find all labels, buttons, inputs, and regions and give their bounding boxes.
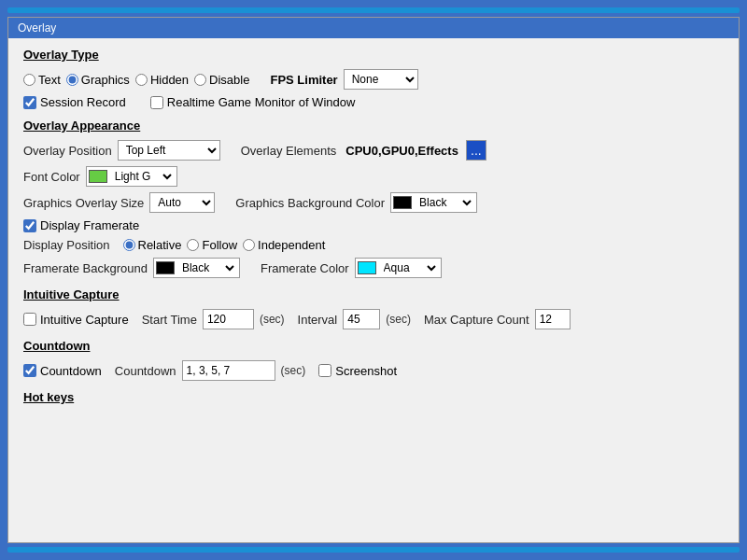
countdown-row: Countdown Countdown (sec) Screenshot [23, 360, 724, 381]
realtime-monitor-text: Realtime Game Monitor of Window [167, 95, 356, 109]
display-framerate-label[interactable]: Display Framerate [23, 218, 139, 232]
display-framerate-row: Display Framerate [23, 218, 724, 232]
start-time-unit: (sec) [260, 313, 285, 326]
font-color-swatch [89, 170, 107, 183]
countdown-text: Countdown [40, 364, 102, 378]
bg-color-swatch [393, 196, 412, 209]
countdown-checkbox[interactable] [23, 364, 36, 377]
radio-hidden[interactable] [135, 74, 148, 86]
radio-independent[interactable] [243, 239, 255, 251]
screenshot-checkbox-label[interactable]: Screenshot [318, 364, 397, 378]
session-record-label[interactable]: Session Record [23, 95, 126, 109]
overlay-type-row: Text Graphics Hidden Disable FPS Limiter… [23, 69, 724, 90]
intuitive-capture-row: Intuitive Capture Start Time (sec) Inter… [23, 309, 724, 329]
interval-input[interactable] [343, 309, 380, 329]
radio-disable[interactable] [194, 74, 206, 86]
radio-hidden-span: Hidden [150, 73, 189, 87]
radio-text-span: Text [38, 73, 61, 87]
radio-graphics-label[interactable]: Graphics [66, 73, 130, 87]
main-panel: Overlay Overlay Type Text Graphics Hidde… [7, 17, 740, 543]
framerate-color-select[interactable]: Aqua White Black Red [378, 258, 439, 278]
overlay-position-row: Overlay Position Top Left Top Right Bott… [23, 140, 724, 161]
overlay-size-row: Graphics Overlay Size Auto Small Medium … [23, 192, 724, 213]
overlay-appearance-title: Overlay Appearance [23, 119, 724, 133]
bottom-bar [7, 547, 740, 553]
font-color-row: Font Color Light G White Black Red [23, 166, 724, 187]
font-color-wrapper[interactable]: Light G White Black Red [86, 166, 177, 187]
radio-graphics-span: Graphics [81, 73, 130, 87]
top-bar [7, 7, 740, 13]
hot-keys-title: Hot keys [23, 390, 724, 404]
realtime-monitor-label[interactable]: Realtime Game Monitor of Window [150, 95, 356, 109]
interval-unit: (sec) [386, 313, 411, 326]
max-count-label: Max Capture Count [424, 313, 529, 327]
session-record-checkbox[interactable] [23, 96, 36, 109]
framerate-color-label: Framerate Color [261, 261, 349, 275]
display-framerate-text: Display Framerate [40, 218, 139, 232]
radio-follow-label[interactable]: Follow [187, 238, 237, 252]
max-count-input[interactable] [535, 309, 571, 329]
radio-text[interactable] [23, 74, 35, 86]
start-time-input[interactable] [203, 309, 254, 329]
framerate-colors-row: Framerate Background Black White Gray No… [23, 258, 724, 278]
font-color-select[interactable]: Light G White Black Red [109, 166, 175, 187]
display-framerate-checkbox[interactable] [23, 219, 36, 232]
radio-follow-span: Follow [202, 238, 237, 252]
framerate-bg-select[interactable]: Black White Gray None [176, 258, 237, 278]
intuitive-capture-title: Intuitive Capture [23, 287, 724, 301]
radio-relative-span: Relative [138, 238, 182, 252]
panel-content: Overlay Type Text Graphics Hidden Disabl… [8, 38, 739, 542]
overlay-type-title: Overlay Type [23, 48, 724, 62]
realtime-monitor-checkbox[interactable] [150, 96, 163, 109]
radio-relative-label[interactable]: Relative [123, 238, 182, 252]
overlay-size-select[interactable]: Auto Small Medium Large [149, 192, 215, 213]
elements-button[interactable]: ... [466, 140, 486, 161]
panel-title: Overlay [8, 18, 739, 38]
outer-frame: Overlay Overlay Type Text Graphics Hidde… [0, 0, 747, 560]
radio-graphics[interactable] [66, 74, 78, 86]
intuitive-capture-text: Intuitive Capture [40, 313, 129, 327]
overlay-size-label: Graphics Overlay Size [23, 196, 144, 210]
framerate-bg-swatch [156, 261, 175, 274]
radio-independent-span: Independent [258, 238, 325, 252]
fps-limiter-label: FPS Limiter [270, 73, 337, 87]
session-record-row: Session Record Realtime Game Monitor of … [23, 95, 724, 109]
screenshot-checkbox[interactable] [318, 364, 331, 377]
framerate-bg-label: Framerate Background [23, 261, 148, 275]
framerate-bg-wrapper[interactable]: Black White Gray None [153, 258, 240, 278]
countdown-field-label: Countdown [115, 364, 176, 378]
position-select[interactable]: Top Left Top Right Bottom Left Bottom Ri… [118, 140, 220, 161]
intuitive-capture-checkbox[interactable] [23, 313, 36, 326]
radio-disable-label[interactable]: Disable [194, 73, 249, 87]
position-label: Overlay Position [23, 144, 112, 158]
elements-label: Overlay Elements [241, 144, 337, 158]
elements-value: CPU0,GPU0,Effects [345, 144, 458, 158]
radio-independent-label[interactable]: Independent [243, 238, 325, 252]
interval-label: Interval [298, 313, 338, 327]
fps-limiter-select[interactable]: None 30 60 120 [344, 69, 418, 90]
radio-hidden-label[interactable]: Hidden [135, 73, 189, 87]
bg-color-select[interactable]: Black White Gray None [414, 192, 474, 213]
framerate-color-swatch [358, 261, 376, 274]
bg-color-wrapper[interactable]: Black White Gray None [390, 192, 477, 213]
radio-text-label[interactable]: Text [23, 73, 61, 87]
countdown-unit: (sec) [281, 364, 306, 377]
bg-color-label: Graphics Background Color [235, 196, 385, 210]
countdown-input[interactable] [182, 360, 275, 381]
display-position-label: Display Position [23, 238, 110, 252]
start-time-label: Start Time [142, 313, 197, 327]
font-color-label: Font Color [23, 170, 80, 184]
radio-relative[interactable] [123, 239, 135, 251]
radio-disable-span: Disable [209, 73, 249, 87]
countdown-title: Countdown [23, 339, 724, 353]
countdown-checkbox-label[interactable]: Countdown [23, 364, 102, 378]
framerate-color-wrapper[interactable]: Aqua White Black Red [355, 258, 442, 278]
radio-follow[interactable] [187, 239, 199, 251]
session-record-text: Session Record [40, 95, 126, 109]
screenshot-text: Screenshot [335, 364, 397, 378]
intuitive-capture-checkbox-label[interactable]: Intuitive Capture [23, 313, 129, 327]
display-position-row: Display Position Relative Follow Indepen… [23, 238, 724, 252]
